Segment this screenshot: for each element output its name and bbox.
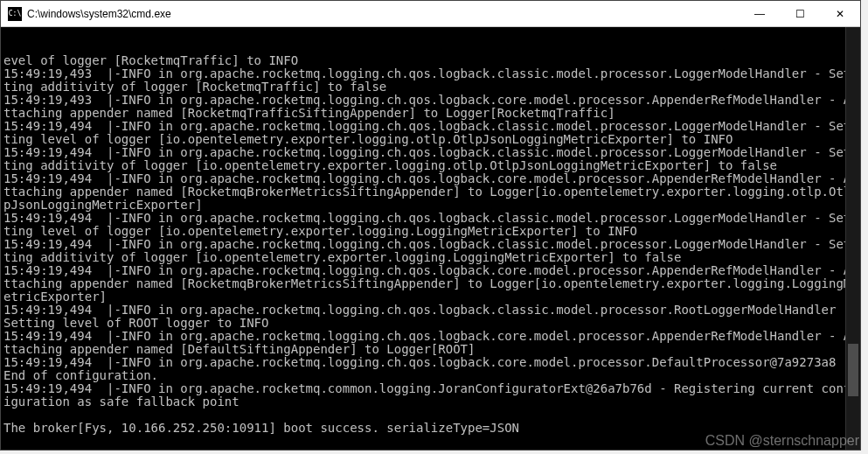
log-line: 15:49:19,494 |-INFO in org.apache.rocket… xyxy=(3,264,858,304)
log-line: 15:49:19,494 |-INFO in org.apache.rocket… xyxy=(3,172,858,212)
close-button[interactable]: ✕ xyxy=(820,1,860,26)
log-line: 15:49:19,494 |-INFO in org.apache.rocket… xyxy=(3,330,858,356)
log-line: 15:49:19,494 |-INFO in org.apache.rocket… xyxy=(3,212,858,238)
log-line: 15:49:19,493 |-INFO in org.apache.rocket… xyxy=(3,94,858,120)
window-title: C:\windows\system32\cmd.exe xyxy=(27,8,740,20)
log-text: evel of logger [RocketmqTraffic] to INFO… xyxy=(3,54,858,435)
log-line: 15:49:19,494 |-INFO in org.apache.rocket… xyxy=(3,146,858,172)
window-controls: — ☐ ✕ xyxy=(740,1,860,26)
log-line: 15:49:19,494 |-INFO in org.apache.rocket… xyxy=(3,382,858,409)
log-line: 15:49:19,494 |-INFO in org.apache.rocket… xyxy=(3,356,858,382)
vertical-scrollbar[interactable] xyxy=(845,27,860,450)
log-line: evel of logger [RocketmqTraffic] to INFO xyxy=(3,54,858,67)
log-line: 15:49:19,494 |-INFO in org.apache.rocket… xyxy=(3,238,858,264)
cmd-window: C:\ C:\windows\system32\cmd.exe — ☐ ✕ ev… xyxy=(0,0,861,451)
log-line xyxy=(3,409,858,422)
log-line: The broker[Fys, 10.166.252.250:10911] bo… xyxy=(3,422,858,435)
console-output[interactable]: evel of logger [RocketmqTraffic] to INFO… xyxy=(1,27,860,450)
cmd-icon: C:\ xyxy=(8,7,22,21)
titlebar[interactable]: C:\ C:\windows\system32\cmd.exe — ☐ ✕ xyxy=(1,1,860,27)
log-line: 15:49:19,493 |-INFO in org.apache.rocket… xyxy=(3,67,858,94)
log-line: 15:49:19,494 |-INFO in org.apache.rocket… xyxy=(3,120,858,146)
minimize-button[interactable]: — xyxy=(740,1,780,26)
scrollbar-thumb[interactable] xyxy=(848,344,858,396)
maximize-button[interactable]: ☐ xyxy=(780,1,820,26)
log-line: 15:49:19,494 |-INFO in org.apache.rocket… xyxy=(3,304,858,330)
